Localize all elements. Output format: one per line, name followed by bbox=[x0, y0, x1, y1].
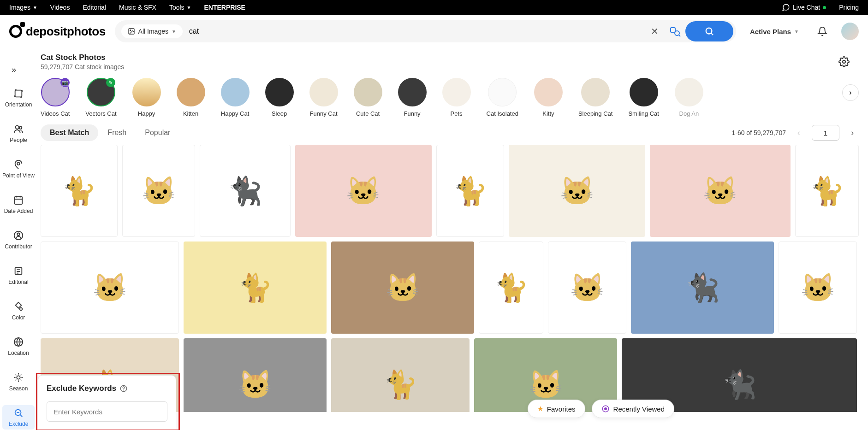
result-thumb[interactable]: 🐈‍⬛ bbox=[631, 242, 774, 334]
category-happy[interactable]: Happy bbox=[132, 78, 161, 117]
calendar-icon bbox=[13, 194, 24, 206]
svg-rect-2 bbox=[671, 28, 675, 32]
result-thumb[interactable]: 🐱 bbox=[331, 242, 474, 334]
category-chips-row: 📷Videos Cat ✎Vectors Cat Happy Kitten Ha… bbox=[41, 71, 859, 122]
result-thumb[interactable]: 🐱 bbox=[509, 145, 645, 237]
results-grid: 🐈 🐱 🐈‍⬛ 🐱 🐈 🐱 🐱 🐈 🐱 🐈 🐱 🐈 🐱 🐈‍⬛ 🐱 🐈 bbox=[41, 145, 859, 412]
help-icon[interactable] bbox=[120, 385, 127, 392]
result-thumb[interactable]: 🐈 bbox=[331, 338, 470, 412]
active-plans-dropdown[interactable]: Active Plans ▼ bbox=[745, 28, 803, 35]
exclude-keywords-input[interactable] bbox=[47, 401, 167, 422]
favorites-button[interactable]: ★ Favorites bbox=[528, 400, 585, 418]
search-category-dropdown[interactable]: All Images ▼ bbox=[121, 24, 183, 38]
svg-point-5 bbox=[706, 28, 712, 34]
next-page-button[interactable]: › bbox=[846, 126, 859, 139]
sidebar-item-date[interactable]: Date Added bbox=[2, 192, 35, 217]
sidebar-item-editorial[interactable]: Editorial bbox=[2, 263, 35, 288]
sidebar-item-color[interactable]: Color bbox=[2, 299, 35, 323]
search-input[interactable] bbox=[183, 27, 644, 35]
pov-icon bbox=[13, 159, 24, 170]
category-smiling-cat[interactable]: Smiling Cat bbox=[628, 78, 659, 117]
star-icon: ★ bbox=[537, 405, 543, 413]
orientation-icon bbox=[13, 88, 24, 99]
content-area: Cat Stock Photos 59,279,707 Cat stock im… bbox=[37, 48, 868, 430]
result-thumb[interactable]: 🐱 bbox=[295, 145, 431, 237]
category-kitten[interactable]: Kitten bbox=[177, 78, 205, 117]
user-icon bbox=[13, 230, 24, 241]
svg-point-10 bbox=[17, 162, 20, 165]
settings-icon[interactable] bbox=[838, 56, 850, 67]
result-thumb[interactable]: 🐈 bbox=[41, 145, 118, 237]
result-thumb[interactable]: 🐈 bbox=[795, 145, 859, 237]
category-videos-cat[interactable]: 📷Videos Cat bbox=[41, 78, 70, 117]
svg-point-38 bbox=[124, 390, 124, 390]
nav-pricing[interactable]: Pricing bbox=[839, 4, 859, 11]
tab-popular[interactable]: Popular bbox=[136, 124, 179, 141]
search-button[interactable] bbox=[685, 21, 733, 41]
svg-point-3 bbox=[675, 31, 679, 35]
category-happy-cat[interactable]: Happy Cat bbox=[221, 78, 250, 117]
svg-line-4 bbox=[679, 35, 680, 36]
user-avatar[interactable] bbox=[841, 23, 859, 40]
category-sleep[interactable]: Sleep bbox=[265, 78, 294, 117]
clear-search-icon[interactable]: ✕ bbox=[644, 26, 665, 37]
logo[interactable]: depositphotos bbox=[9, 24, 106, 39]
result-thumb[interactable]: 🐱 bbox=[184, 338, 327, 412]
sidebar-item-people[interactable]: People bbox=[2, 121, 35, 146]
page-subtitle: 59,279,707 Cat stock images bbox=[41, 63, 829, 71]
sidebar-item-pov[interactable]: Point of View bbox=[2, 157, 35, 181]
chevron-down-icon: ▼ bbox=[172, 29, 176, 34]
recent-icon bbox=[601, 405, 610, 413]
top-nav: Images▼ Videos Editorial Music & SFX Too… bbox=[0, 0, 868, 15]
category-dog-and[interactable]: Dog An bbox=[675, 78, 703, 117]
result-thumb[interactable]: 🐈 bbox=[184, 242, 327, 334]
nav-editorial[interactable]: Editorial bbox=[83, 4, 106, 11]
category-kitty[interactable]: Kitty bbox=[534, 78, 563, 117]
result-thumb[interactable]: 🐱 bbox=[650, 145, 791, 237]
category-cute-cat[interactable]: Cute Cat bbox=[354, 78, 382, 117]
sidebar-item-season[interactable]: Season bbox=[2, 370, 35, 394]
category-cat-isolated[interactable]: Cat Isolated bbox=[487, 78, 518, 117]
page-input[interactable] bbox=[812, 125, 839, 141]
result-thumb[interactable]: 🐱 bbox=[779, 242, 857, 334]
svg-point-1 bbox=[130, 30, 131, 31]
prev-page-button[interactable]: ‹ bbox=[792, 126, 805, 139]
image-icon bbox=[128, 28, 135, 35]
sidebar-item-orientation[interactable]: Orientation bbox=[2, 86, 35, 110]
result-thumb[interactable]: 🐱 bbox=[122, 145, 195, 237]
tab-fresh[interactable]: Fresh bbox=[98, 124, 136, 141]
category-funny-cat[interactable]: Funny Cat bbox=[309, 78, 338, 117]
svg-point-9 bbox=[19, 127, 22, 130]
category-funny[interactable]: Funny bbox=[398, 78, 427, 117]
nav-videos[interactable]: Videos bbox=[50, 4, 70, 11]
season-icon bbox=[13, 372, 24, 383]
result-thumb[interactable]: 🐱 bbox=[548, 242, 626, 334]
live-chat-link[interactable]: Live Chat bbox=[782, 3, 826, 12]
nav-tools[interactable]: Tools▼ bbox=[169, 4, 191, 11]
categories-next-button[interactable]: › bbox=[842, 84, 859, 101]
nav-music[interactable]: Music & SFX bbox=[119, 4, 156, 11]
chevron-down-icon: ▼ bbox=[33, 5, 37, 10]
result-thumb[interactable]: 🐱 bbox=[41, 242, 179, 334]
category-sleeping-cat[interactable]: Sleeping Cat bbox=[578, 78, 612, 117]
results-range: 1-60 of 59,279,707 bbox=[731, 129, 786, 136]
result-thumb[interactable]: 🐈‍⬛ bbox=[200, 145, 291, 237]
collapse-sidebar-button[interactable]: » bbox=[10, 65, 18, 75]
sidebar-item-contributor[interactable]: Contributor bbox=[2, 228, 35, 252]
category-vectors-cat[interactable]: ✎Vectors Cat bbox=[85, 78, 116, 117]
reverse-image-search-icon[interactable] bbox=[665, 26, 685, 37]
sidebar-item-exclude[interactable]: Exclude bbox=[2, 405, 35, 430]
nav-images[interactable]: Images▼ bbox=[9, 4, 37, 11]
result-thumb[interactable]: 🐈 bbox=[436, 145, 505, 237]
people-icon bbox=[13, 124, 24, 135]
chevron-down-icon: ▼ bbox=[187, 5, 191, 10]
sidebar-item-location[interactable]: Location bbox=[2, 334, 35, 359]
nav-enterprise[interactable]: ENTERPRISE bbox=[204, 4, 245, 11]
recently-viewed-button[interactable]: Recently Viewed bbox=[592, 400, 674, 418]
category-pets[interactable]: Pets bbox=[442, 78, 471, 117]
svg-point-21 bbox=[20, 308, 23, 311]
result-thumb[interactable]: 🐈 bbox=[479, 242, 543, 334]
svg-line-32 bbox=[21, 375, 22, 376]
notifications-icon[interactable] bbox=[813, 26, 832, 36]
tab-best-match[interactable]: Best Match bbox=[41, 124, 98, 141]
